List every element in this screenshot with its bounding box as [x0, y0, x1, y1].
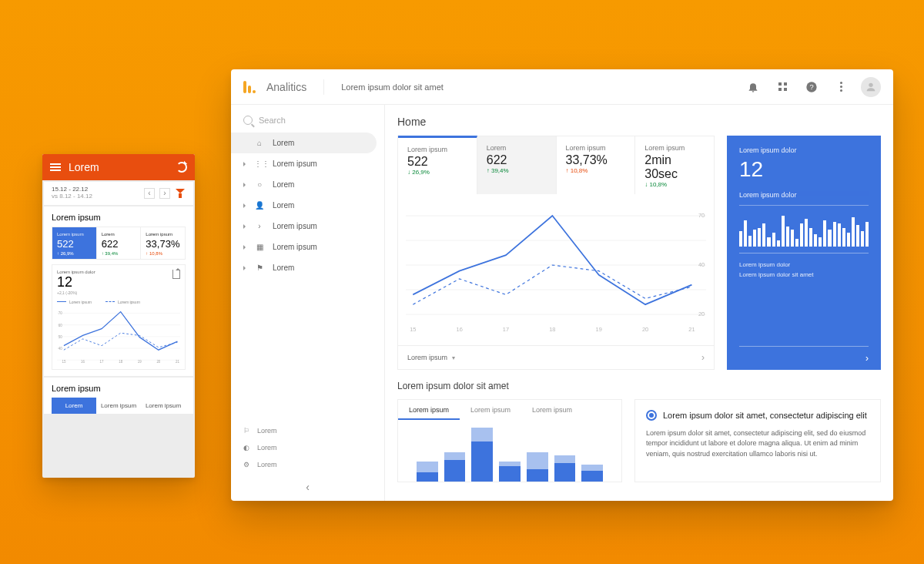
bar — [417, 462, 438, 482]
bar — [527, 452, 548, 482]
card-tab[interactable]: Lorem ipsum — [521, 400, 583, 420]
chevron-right-icon[interactable]: › — [701, 352, 705, 363]
sidebar-footer-item[interactable]: ◐ Lorem — [231, 439, 384, 456]
nav-item-label: Lorem — [273, 201, 294, 210]
svg-text:60: 60 — [59, 323, 62, 327]
more-icon[interactable] — [832, 78, 850, 96]
bar — [554, 455, 576, 482]
kpi-tile[interactable]: Lorem ipsum 2min 30sec ↓ 10,8% — [635, 136, 714, 194]
sidebar-footer-item[interactable]: ⚙ Lorem — [231, 456, 384, 473]
svg-text:17: 17 — [503, 326, 509, 333]
refresh-icon[interactable] — [176, 162, 187, 173]
svg-text:20: 20 — [156, 360, 160, 364]
mobile-tabs: Lorem Lorem ipsum Lorem ipsum — [52, 398, 186, 414]
desktop-frame: Analitics Lorem ipsum dolor sit amet ? S… — [231, 69, 893, 501]
mobile-date-row: 15.12 - 22.12 vs 8.12 - 14.12 ‹ › — [44, 182, 193, 205]
sidebar-item[interactable]: ⚑ Lorem — [231, 257, 384, 278]
kpi-label: Lorem — [102, 232, 136, 237]
realtime-foot-1: Lorem ipsum dolor — [739, 261, 869, 268]
main-content: Home Lorem ipsum 522 ↓ 26,9% Lorem 622 ↑… — [385, 105, 893, 501]
kpi-value: 33,73% — [566, 153, 626, 167]
svg-text:17: 17 — [100, 360, 104, 364]
realtime-next[interactable]: › — [739, 346, 869, 370]
overview-line-chart: 15161718192021 704020 — [398, 194, 714, 345]
card-tab[interactable]: Lorem ipsum — [398, 400, 460, 420]
sidebar-item[interactable]: ⌂ Lorem — [231, 133, 377, 153]
big-label: Lorem ipsum dolor — [57, 270, 95, 274]
date-range[interactable]: 15.12 - 22.12 vs 8.12 - 14.12 — [52, 186, 92, 200]
realtime-label: Lorem ipsum dolor — [739, 146, 869, 154]
svg-text:19: 19 — [596, 326, 602, 333]
dimension-dropdown[interactable]: Lorem ipsum — [407, 354, 455, 361]
share-icon[interactable] — [172, 270, 180, 279]
help-icon[interactable]: ? — [802, 78, 821, 96]
realtime-card[interactable]: Lorem ipsum dolor 12 Lorem ipsum dolor L… — [727, 136, 881, 370]
mobile-line-chart: 15161718192021 70605040 — [57, 306, 180, 364]
search-placeholder: Search — [259, 116, 286, 125]
realtime-foot-2: Lorem ipsum dolor sit amet — [739, 271, 869, 278]
caret-icon — [243, 266, 248, 270]
date-prev-button[interactable]: ‹ — [144, 188, 155, 199]
svg-text:19: 19 — [138, 360, 142, 364]
mobile-card-metrics: Lorem ipsum Lorem ipsum 522 ↑ 26,9% Lore… — [44, 206, 193, 376]
kpi-tile[interactable]: Lorem ipsum 522 ↑ 26,9% — [52, 227, 97, 259]
sidebar-item[interactable]: ○ Lorem — [231, 174, 384, 195]
kpi-label: Lorem ipsum — [566, 144, 626, 152]
kpi-tile[interactable]: Lorem ipsum 522 ↓ 26,9% — [398, 136, 477, 194]
account-avatar[interactable] — [861, 77, 881, 97]
caret-icon — [243, 224, 248, 229]
nav-item-icon: ◐ — [243, 444, 249, 452]
search-icon — [243, 116, 253, 125]
caret-icon — [243, 183, 248, 187]
svg-text:40: 40 — [59, 346, 62, 350]
apps-icon[interactable] — [773, 78, 792, 96]
nav-item-icon: 👤 — [254, 201, 265, 210]
collapse-sidebar-button[interactable]: ‹ — [231, 473, 384, 501]
mobile-tab[interactable]: Lorem ipsum — [96, 398, 141, 414]
insight-body: Lorem ipsum dolor sit amet, consectetur … — [646, 428, 869, 460]
date-next-button[interactable]: › — [159, 188, 170, 199]
card-tab[interactable]: Lorem ipsum — [460, 400, 521, 420]
nav-item-icon: ▦ — [254, 243, 265, 251]
insight-card[interactable]: Lorem ipsum dolor sit amet, consectetur … — [634, 399, 881, 482]
caret-icon — [243, 245, 248, 250]
nav-item-label: Lorem — [273, 180, 294, 189]
sidebar-item[interactable]: ▦ Lorem ipsum — [231, 237, 384, 257]
search-input[interactable]: Search — [231, 108, 384, 133]
chart-legend: Lorem ipsum Lorem ipsum — [57, 300, 180, 304]
sidebar-item[interactable]: 👤 Lorem — [231, 195, 384, 216]
nav-item-icon: ⋮⋮ — [254, 159, 265, 168]
bar-card: Lorem ipsum Lorem ipsum Lorem ipsum — [397, 399, 622, 482]
nav-item-icon: ⌂ — [254, 139, 265, 147]
svg-text:20: 20 — [698, 311, 705, 317]
sidebar-item[interactable]: ⋮⋮ Lorem ipsum — [231, 153, 384, 174]
caret-icon — [243, 203, 248, 208]
kpi-tile[interactable]: Lorem 622 ↑ 39,4% — [97, 227, 142, 259]
kpi-tile[interactable]: Lorem ipsum 33,73% ↑ 10,8% — [141, 227, 185, 259]
notifications-icon[interactable] — [744, 78, 762, 96]
filter-icon[interactable] — [175, 189, 186, 198]
stacked-bar-chart — [398, 420, 621, 482]
sidebar-item[interactable]: › Lorem ipsum — [231, 216, 384, 237]
kpi-delta: ↓ 10,8% — [644, 181, 705, 188]
nav-item-label: Lorem — [257, 461, 277, 468]
sidebar-footer-item[interactable]: ⚐ Lorem — [231, 422, 384, 439]
realtime-bars — [739, 213, 869, 253]
card-title: Lorem ipsum — [52, 384, 186, 393]
kpi-row: Lorem ipsum 522 ↓ 26,9% Lorem 622 ↑ 39,4… — [398, 136, 714, 194]
brand-logo-icon — [243, 81, 256, 93]
svg-text:40: 40 — [698, 261, 705, 268]
kpi-tile[interactable]: Lorem ipsum 33,73% ↑ 10,8% — [557, 136, 636, 194]
mobile-tab[interactable]: Lorem — [52, 398, 96, 414]
mobile-tab[interactable]: Lorem ipsum — [141, 398, 186, 414]
svg-point-18 — [869, 82, 872, 86]
nav-item-icon: ⚑ — [254, 264, 265, 272]
date-range-compare: vs 8.12 - 14.12 — [52, 193, 92, 200]
bar — [444, 452, 466, 482]
kpi-label: Lorem ipsum — [644, 144, 705, 152]
nav-item-label: Lorem ipsum — [273, 243, 317, 251]
property-name[interactable]: Lorem ipsum dolor sit amet — [341, 82, 444, 92]
kpi-tile[interactable]: Lorem 622 ↑ 39,4% — [477, 136, 557, 194]
hamburger-icon[interactable] — [50, 163, 61, 171]
kpi-delta: ↑ 10,8% — [566, 167, 626, 174]
